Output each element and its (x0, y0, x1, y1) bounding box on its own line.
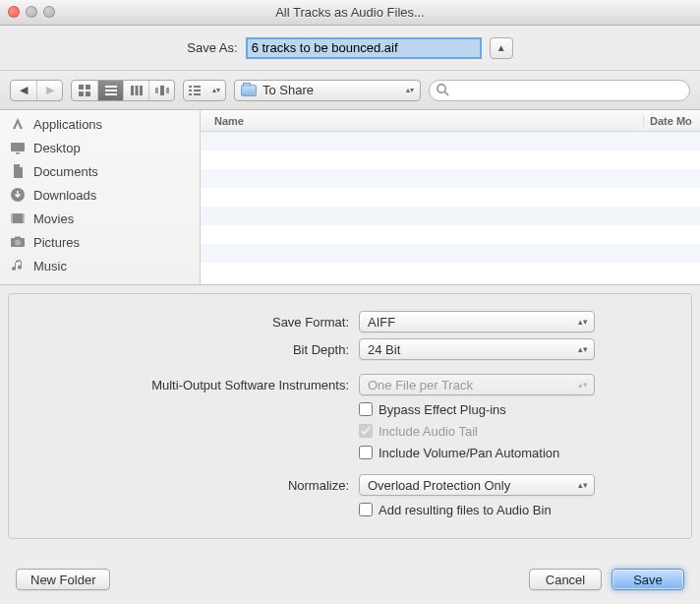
svg-rect-15 (189, 90, 192, 91)
sidebar-item-desktop[interactable]: Desktop (0, 136, 200, 159)
minimize-icon[interactable] (26, 6, 37, 18)
normalize-select[interactable]: Overload Protection Only ▴▾ (359, 474, 595, 496)
svg-rect-13 (189, 86, 192, 88)
window-titlebar: All Tracks as Audio Files... (0, 0, 700, 26)
table-row (201, 151, 700, 169)
svg-rect-22 (16, 152, 20, 154)
sidebar-item-applications[interactable]: Applications (0, 112, 200, 136)
chevron-left-icon: ◀ (20, 84, 28, 96)
svg-rect-1 (86, 85, 90, 90)
options-panel: Save Format: AIFF ▴▾ Bit Depth: 24 Bit ▴… (8, 293, 692, 539)
svg-rect-8 (135, 86, 138, 95)
sidebar-item-label: Pictures (33, 235, 80, 250)
svg-rect-9 (140, 86, 143, 95)
window-controls (8, 6, 55, 18)
row-add-bin: Add resulting files to Audio Bin (359, 499, 675, 520)
svg-rect-29 (15, 237, 21, 239)
back-button[interactable]: ◀ (11, 81, 36, 100)
svg-rect-5 (105, 90, 117, 91)
forward-button[interactable]: ▶ (36, 81, 62, 100)
grid-icon (79, 85, 90, 96)
location-popup[interactable]: To Share ▴▾ (234, 80, 421, 101)
table-row (201, 188, 700, 207)
svg-point-19 (438, 84, 445, 91)
sidebar-item-label: Desktop (33, 141, 81, 155)
sidebar-item-documents[interactable]: Documents (0, 159, 200, 183)
documents-icon (10, 163, 26, 179)
sidebar-item-label: Documents (33, 164, 98, 179)
options-panel-wrap: Save Format: AIFF ▴▾ Bit Depth: 24 Bit ▴… (0, 285, 700, 547)
svg-rect-26 (23, 213, 25, 223)
nav-back-forward: ◀ ▶ (10, 80, 63, 101)
save-button[interactable]: Save (612, 569, 684, 590)
bypass-fx-checkbox[interactable] (359, 402, 373, 416)
row-vol-pan: Include Volume/Pan Automation (359, 442, 675, 463)
multi-output-select: One File per Track ▴▾ (359, 374, 595, 395)
svg-rect-17 (189, 93, 192, 95)
vol-pan-checkbox[interactable] (359, 446, 373, 459)
save-as-input[interactable] (246, 37, 482, 59)
zoom-icon[interactable] (43, 6, 55, 18)
search-field-wrap (429, 80, 690, 101)
add-bin-checkbox[interactable] (359, 503, 373, 516)
view-list-button[interactable] (97, 81, 123, 100)
file-browser: Applications Desktop Documents Downloads… (0, 110, 700, 285)
music-icon (10, 258, 26, 273)
updown-arrows-icon: ▴▾ (578, 382, 588, 389)
pictures-icon (10, 234, 26, 250)
normalize-value: Overload Protection Only (368, 478, 510, 493)
location-name: To Share (262, 83, 314, 97)
table-row (201, 244, 700, 263)
bypass-fx-label: Bypass Effect Plug-ins (379, 402, 506, 417)
cancel-button[interactable]: Cancel (529, 569, 602, 590)
bit-depth-value: 24 Bit (368, 342, 400, 357)
save-as-row: Save As: ▲ (0, 26, 700, 71)
bit-depth-select[interactable]: 24 Bit ▴▾ (359, 338, 595, 360)
group-arrange-select[interactable]: ▴▾ (183, 80, 226, 101)
coverflow-icon (155, 86, 169, 95)
sidebar-item-downloads[interactable]: Downloads (0, 183, 200, 207)
row-save-format: Save Format: AIFF ▴▾ (25, 308, 675, 335)
view-coverflow-button[interactable] (148, 81, 174, 100)
svg-rect-4 (105, 86, 117, 88)
svg-rect-11 (160, 86, 164, 95)
close-icon[interactable] (8, 6, 20, 18)
bit-depth-label: Bit Depth: (25, 342, 349, 357)
svg-line-20 (444, 91, 448, 95)
save-format-label: Save Format: (25, 315, 349, 330)
search-input[interactable] (429, 80, 690, 101)
column-name[interactable]: Name (201, 115, 643, 127)
sidebar-item-label: Applications (33, 117, 102, 132)
search-icon (436, 83, 449, 96)
table-row (201, 207, 700, 225)
chevron-right-icon: ▶ (46, 84, 54, 96)
svg-rect-2 (79, 91, 84, 96)
save-format-select[interactable]: AIFF ▴▾ (359, 311, 595, 332)
updown-arrows-icon: ▴▾ (578, 482, 588, 489)
sidebar-item-music[interactable]: Music (0, 254, 200, 277)
chevron-up-icon: ▲ (496, 42, 506, 53)
expand-collapse-button[interactable]: ▲ (490, 37, 513, 59)
svg-rect-16 (194, 90, 201, 91)
movies-icon (10, 211, 26, 226)
group-arrange-button[interactable]: ▴▾ (184, 81, 225, 100)
column-date[interactable]: Date Mo (643, 115, 700, 127)
dialog-footer: New Folder Cancel Save (0, 555, 700, 604)
svg-rect-3 (86, 91, 90, 96)
multi-output-value: One File per Track (368, 378, 473, 393)
sidebar-item-movies[interactable]: Movies (0, 207, 200, 230)
svg-rect-7 (131, 86, 134, 95)
svg-point-28 (15, 240, 21, 246)
audio-tail-checkbox (359, 424, 373, 438)
new-folder-button[interactable]: New Folder (16, 569, 110, 590)
view-columns-button[interactable] (123, 81, 148, 100)
svg-rect-21 (11, 143, 25, 151)
row-multi-output: Multi-Output Software Instruments: One F… (25, 371, 675, 398)
row-audio-tail: Include Audio Tail (359, 420, 675, 442)
svg-rect-25 (11, 213, 13, 223)
view-icons-button[interactable] (72, 81, 97, 100)
row-normalize: Normalize: Overload Protection Only ▴▾ (25, 471, 675, 499)
updown-arrows-icon: ▴▾ (212, 88, 220, 93)
downloads-icon (10, 187, 26, 203)
sidebar-item-pictures[interactable]: Pictures (0, 230, 200, 254)
